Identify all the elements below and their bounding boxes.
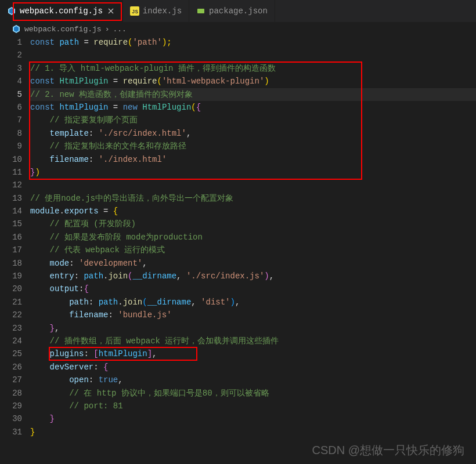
close-icon[interactable] — [106, 6, 116, 16]
line-numbers: 1234 5678 9101112 13141516 17181920 2122… — [0, 36, 30, 464]
tab-index-js[interactable]: JS index.js — [123, 0, 189, 22]
code-line: const HtmlPlugin = require('html-webpack… — [30, 75, 476, 88]
code-line — [30, 179, 476, 191]
breadcrumb-file[interactable]: webpack.config.js — [24, 25, 102, 34]
code-line: devServer: { — [30, 361, 476, 374]
tab-label: index.js — [143, 6, 182, 16]
code-line: // 1. 导入 html-webpack-plugin 插件，得到插件的构造函… — [30, 62, 476, 75]
svg-text:JS: JS — [132, 9, 138, 15]
code-line: module.exports = { — [30, 205, 476, 217]
tab-package-json[interactable]: package.json — [189, 0, 275, 22]
code-line: }, — [30, 322, 476, 335]
code-line: entry: path.join(__dirname, './src/index… — [30, 270, 476, 282]
code-line — [30, 49, 476, 61]
npm-icon — [196, 6, 205, 16]
tab-label: webpack.config.js — [20, 6, 103, 16]
webpack-icon — [7, 6, 16, 16]
code-line: output:{ — [30, 282, 476, 295]
code-line: const htmlPlugin = new HtmlPlugin({ — [30, 101, 476, 114]
breadcrumb-more[interactable]: ... — [113, 25, 126, 34]
tab-webpack-config[interactable]: webpack.config.js — [0, 0, 123, 22]
code-line: path: path.join(__dirname, 'dist'), — [30, 296, 476, 309]
code-line: open: true, — [30, 374, 476, 386]
code-line: // 使用node.js中的导出语法，向外导出一个配置对象 — [30, 192, 476, 205]
code-line: // 2. new 构造函数，创建插件的实例对象 — [30, 88, 476, 101]
js-icon: JS — [130, 6, 139, 16]
tab-label: package.json — [209, 6, 268, 16]
code-line: // 指定复制出来的文件名和存放路径 — [30, 140, 476, 153]
code-line: filename: './index.html' — [30, 153, 476, 166]
breadcrumb-sep: › — [105, 25, 110, 34]
breadcrumb: webpack.config.js › ... — [0, 22, 476, 36]
code-content[interactable]: const path = require('path'); // 1. 导入 h… — [30, 36, 476, 464]
code-line: // port: 81 — [30, 400, 476, 412]
code-line: // 在 http 协议中，如果端口号是80，则可以被省略 — [30, 387, 476, 400]
webpack-icon — [12, 24, 21, 34]
code-line: } — [30, 412, 476, 425]
code-editor[interactable]: 1234 5678 9101112 13141516 17181920 2122… — [0, 36, 476, 464]
code-line: // 指定要复制哪个页面 — [30, 114, 476, 126]
code-line: } — [30, 426, 476, 438]
editor-tabs: webpack.config.js JS index.js package.js… — [0, 0, 476, 22]
svg-rect-4 — [197, 9, 204, 13]
code-line: plugins: [htmlPlugin], — [30, 347, 476, 360]
code-line: // 如果是发布阶段 mode为production — [30, 231, 476, 244]
code-line: }) — [30, 166, 476, 179]
code-line: mode: 'development', — [30, 257, 476, 270]
code-line: // 配置项 (开发阶段) — [30, 217, 476, 230]
code-line: // 插件数组，后面 webpack 运行时，会加载并调用这些插件 — [30, 335, 476, 347]
code-line: const path = require('path'); — [30, 36, 476, 49]
code-line: // 代表 webpack 运行的模式 — [30, 244, 476, 256]
code-line: filename: 'bundle.js' — [30, 309, 476, 321]
code-line: template: './src/index.html', — [30, 127, 476, 140]
